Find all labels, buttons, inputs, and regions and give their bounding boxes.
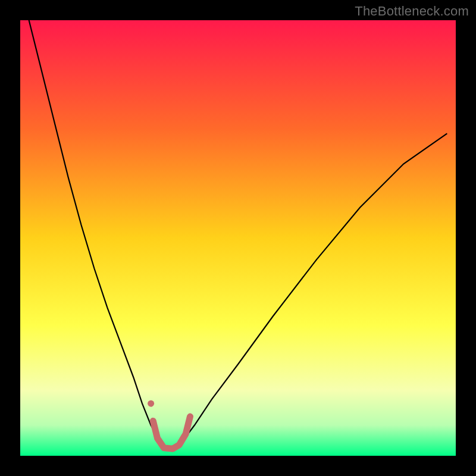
plot-area <box>20 20 456 456</box>
watermark-text: TheBottleneck.com <box>355 4 469 19</box>
chart-frame: TheBottleneck.com <box>0 0 476 476</box>
marker-0 <box>148 400 154 407</box>
marker-layer <box>148 400 154 407</box>
plot-svg <box>20 20 456 456</box>
